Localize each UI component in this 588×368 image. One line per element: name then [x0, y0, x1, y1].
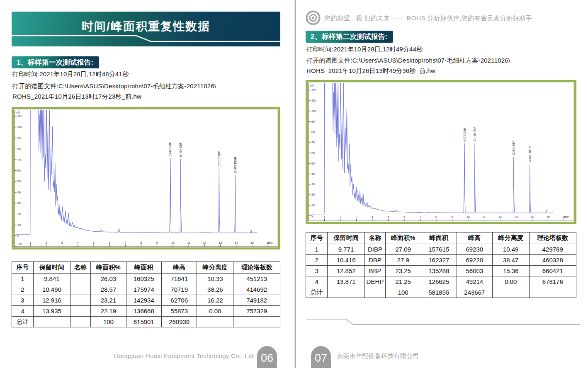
- table-cell: [70, 284, 91, 295]
- table-cell: 757329: [233, 306, 280, 317]
- table-row: 19.771DIBP27.091576156923010.49429789: [306, 244, 576, 255]
- table-row: 312.852BBP23.251352885600315.36660421: [306, 266, 576, 276]
- table-cell: 28.57: [91, 284, 126, 295]
- svg-text:110: 110: [311, 99, 316, 102]
- table-cell: 0.00: [492, 276, 529, 287]
- chromatogram-frame-1: mV-1001020304050607080901001101234567891…: [12, 107, 280, 249]
- table-cell: [197, 317, 233, 327]
- svg-text:9.841' DIBP: 9.841' DIBP: [169, 142, 172, 156]
- page-number-badge-07: 07: [311, 346, 331, 368]
- table-cell: [70, 306, 91, 317]
- table-cell: 10.49: [492, 244, 529, 255]
- footer-company-cn: 东莞市华熙设备科技有限公司: [337, 352, 419, 360]
- svg-text:3: 3: [61, 241, 63, 244]
- table-cell: 71641: [161, 274, 197, 284]
- table-cell: 135288: [421, 266, 457, 276]
- table-cell: 451213: [233, 274, 280, 284]
- company-logo-icon: [305, 10, 321, 27]
- table-header-row: 序号保留时间名称峰面积%峰面积峰高峰分离度理论塔板数: [12, 262, 280, 274]
- table-cell: 126625: [421, 276, 457, 287]
- table-cell: 13.935: [33, 306, 70, 317]
- col-header: 峰分离度: [492, 232, 529, 244]
- table-cell: DEHP: [365, 276, 386, 287]
- svg-text:5: 5: [388, 215, 389, 218]
- table-cell: 56003: [457, 266, 492, 276]
- svg-text:50: 50: [17, 180, 21, 183]
- svg-text:15: 15: [250, 241, 254, 244]
- col-header: 名称: [70, 262, 91, 274]
- chromatogram-chart-2: mV01020304050607080901001101201234567891…: [308, 82, 574, 222]
- svg-text:90: 90: [311, 120, 315, 123]
- svg-text:8: 8: [435, 215, 437, 218]
- col-header: 峰面积%: [91, 262, 126, 274]
- table-cell: [492, 287, 529, 298]
- svg-text:12: 12: [498, 215, 502, 218]
- table-cell: 136668: [126, 306, 161, 317]
- col-header: 保留时间: [328, 232, 365, 244]
- table-cell: 9.841: [33, 274, 70, 284]
- banner-step-line: [12, 12, 280, 46]
- table-cell: 0.00: [197, 306, 233, 317]
- table-cell: 2: [306, 255, 328, 266]
- table-row: 312.91623.211429346270616.22749182: [12, 295, 280, 306]
- svg-text:60: 60: [311, 152, 315, 155]
- svg-text:13: 13: [219, 241, 222, 244]
- section-badge-report2: 2、标样第二次测试报告:: [306, 31, 393, 43]
- col-header: 序号: [12, 262, 34, 274]
- col-header: 保留时间: [33, 262, 70, 274]
- table-cell: 21.25: [385, 276, 421, 287]
- table-cell: 142934: [126, 295, 161, 306]
- table-cell: 414692: [233, 284, 280, 295]
- table-cell: [70, 274, 91, 284]
- svg-text:mV: mV: [16, 111, 20, 114]
- table-cell: 27.9: [385, 255, 421, 266]
- spectrum-file-line-1: 打开的谱图文件:C:\Users\ASUS\Desktop\rohs\07-毛细…: [12, 82, 216, 90]
- table-cell: [365, 287, 386, 298]
- table-cell: 162327: [421, 255, 457, 266]
- table-cell: 10.490: [33, 284, 70, 295]
- spectrum-file-line-2: ROHS_2021年10月26日13时17分23秒_前.hw: [12, 93, 141, 101]
- table-cell: DBP: [365, 255, 386, 266]
- table-cell: 49214: [457, 276, 492, 287]
- svg-text:90: 90: [17, 137, 21, 140]
- svg-text:7: 7: [124, 241, 126, 244]
- table-cell: 1: [306, 244, 328, 255]
- section-badge-report1: 1、标样第一次测试报告:: [12, 56, 99, 68]
- svg-text:min: min: [268, 241, 273, 244]
- svg-text:12.916' BBP: 12.916' BBP: [218, 151, 221, 166]
- table-cell: 581855: [421, 287, 457, 298]
- table-row: 19.84126.031603257164110.33451213: [12, 274, 280, 284]
- table-cell: 160325: [126, 274, 161, 284]
- svg-text:11: 11: [187, 241, 190, 244]
- svg-text:100: 100: [17, 126, 22, 128]
- table-cell: 15.36: [492, 266, 529, 276]
- svg-text:30: 30: [17, 202, 21, 205]
- footer-company-en: Dongguan Huaxi Equipment Technology Co.,…: [12, 352, 254, 359]
- table-cell: 100: [91, 317, 126, 327]
- svg-text:10: 10: [311, 204, 315, 207]
- table-row: 210.49028.571759747071938.26414692: [12, 284, 280, 295]
- svg-text:9: 9: [451, 215, 453, 218]
- table-cell: [233, 317, 280, 327]
- svg-text:70: 70: [17, 158, 21, 161]
- table-cell: 4: [12, 306, 34, 317]
- svg-text:0: 0: [311, 214, 313, 217]
- table-cell: 55873: [161, 306, 197, 317]
- table-cell: 10.416: [328, 255, 365, 266]
- svg-text:10: 10: [17, 223, 21, 226]
- table-cell: 22.19: [91, 306, 126, 317]
- svg-text:60: 60: [17, 169, 21, 172]
- table-cell: 69220: [457, 255, 492, 266]
- footer-step-divider: [306, 317, 580, 327]
- svg-text:100: 100: [311, 110, 316, 113]
- table-cell: 23.21: [91, 295, 126, 306]
- svg-text:15: 15: [547, 215, 550, 218]
- table-cell: 38.26: [197, 284, 233, 295]
- print-time-line-2: 打印时间:2021年10月28日,12时49分44秒: [306, 46, 423, 53]
- table-cell: 总计: [306, 287, 328, 298]
- svg-text:40: 40: [17, 191, 21, 194]
- table-cell: 260939: [161, 317, 197, 327]
- svg-text:7: 7: [420, 215, 421, 218]
- table-row: 413.871DEHP21.25126625492140.00678176: [306, 276, 576, 287]
- svg-text:2: 2: [340, 215, 341, 218]
